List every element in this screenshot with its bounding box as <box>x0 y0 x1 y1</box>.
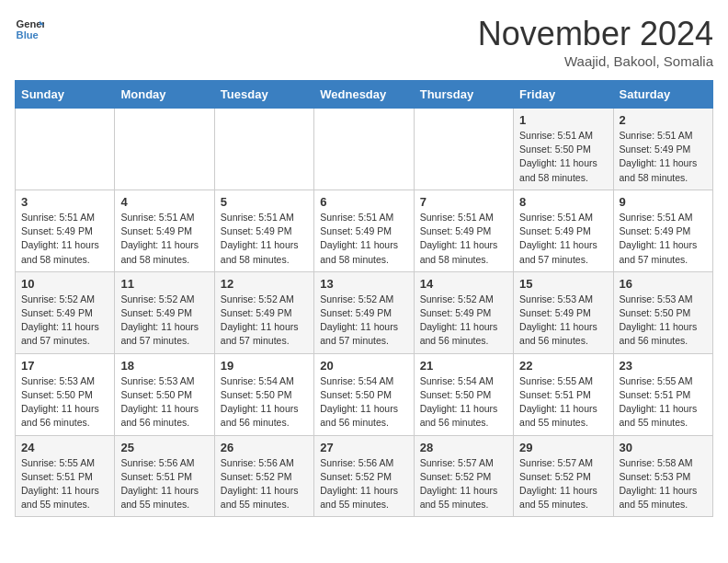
calendar-day-cell: 25Sunrise: 5:56 AMSunset: 5:51 PMDayligh… <box>115 435 214 517</box>
day-number: 17 <box>21 359 108 373</box>
day-info: Sunrise: 5:51 AMSunset: 5:49 PMDaylight:… <box>320 211 407 267</box>
day-number: 18 <box>120 359 208 373</box>
day-number: 10 <box>21 277 108 291</box>
title-block: November 2024 Waajid, Bakool, Somalia <box>478 15 713 69</box>
calendar-day-cell: 9Sunrise: 5:51 AMSunset: 5:49 PMDaylight… <box>613 190 712 271</box>
calendar-day-cell: 3Sunrise: 5:51 AMSunset: 5:49 PMDaylight… <box>16 190 115 271</box>
calendar-day-cell: 23Sunrise: 5:55 AMSunset: 5:51 PMDayligh… <box>613 353 712 435</box>
weekday-header-cell: Monday <box>115 81 214 109</box>
day-number: 4 <box>120 195 208 209</box>
calendar-table: SundayMondayTuesdayWednesdayThursdayFrid… <box>15 80 713 517</box>
weekday-header-cell: Friday <box>514 81 613 109</box>
calendar-week-row: 24Sunrise: 5:55 AMSunset: 5:51 PMDayligh… <box>16 435 713 517</box>
calendar-day-cell: 24Sunrise: 5:55 AMSunset: 5:51 PMDayligh… <box>16 435 115 517</box>
day-info: Sunrise: 5:52 AMSunset: 5:49 PMDaylight:… <box>221 293 308 349</box>
day-info: Sunrise: 5:52 AMSunset: 5:49 PMDaylight:… <box>120 293 208 349</box>
calendar-day-cell <box>115 109 214 190</box>
day-info: Sunrise: 5:53 AMSunset: 5:50 PMDaylight:… <box>620 293 707 349</box>
calendar-day-cell: 21Sunrise: 5:54 AMSunset: 5:50 PMDayligh… <box>414 353 513 435</box>
calendar-day-cell: 26Sunrise: 5:56 AMSunset: 5:52 PMDayligh… <box>214 435 313 517</box>
day-info: Sunrise: 5:51 AMSunset: 5:49 PMDaylight:… <box>21 211 108 267</box>
day-info: Sunrise: 5:55 AMSunset: 5:51 PMDaylight:… <box>519 374 607 431</box>
day-info: Sunrise: 5:56 AMSunset: 5:51 PMDaylight:… <box>120 456 208 512</box>
day-number: 8 <box>519 195 607 209</box>
calendar-day-cell: 19Sunrise: 5:54 AMSunset: 5:50 PMDayligh… <box>214 353 313 435</box>
weekday-header-cell: Wednesday <box>314 81 414 109</box>
calendar-day-cell: 14Sunrise: 5:52 AMSunset: 5:49 PMDayligh… <box>414 271 513 353</box>
day-number: 19 <box>221 359 308 373</box>
day-info: Sunrise: 5:55 AMSunset: 5:51 PMDaylight:… <box>21 456 108 512</box>
calendar-day-cell: 15Sunrise: 5:53 AMSunset: 5:49 PMDayligh… <box>514 271 613 353</box>
day-number: 29 <box>519 441 607 454</box>
calendar-day-cell: 10Sunrise: 5:52 AMSunset: 5:49 PMDayligh… <box>16 271 115 353</box>
calendar-day-cell <box>314 109 414 190</box>
calendar-day-cell: 30Sunrise: 5:58 AMSunset: 5:53 PMDayligh… <box>613 435 712 517</box>
calendar-week-row: 10Sunrise: 5:52 AMSunset: 5:49 PMDayligh… <box>16 271 713 353</box>
day-info: Sunrise: 5:57 AMSunset: 5:52 PMDaylight:… <box>519 456 607 512</box>
day-number: 26 <box>221 441 308 454</box>
calendar-week-row: 3Sunrise: 5:51 AMSunset: 5:49 PMDaylight… <box>16 190 713 271</box>
day-info: Sunrise: 5:51 AMSunset: 5:49 PMDaylight:… <box>519 211 607 267</box>
calendar-day-cell: 13Sunrise: 5:52 AMSunset: 5:49 PMDayligh… <box>314 271 414 353</box>
day-number: 12 <box>221 277 308 291</box>
day-number: 9 <box>620 195 707 209</box>
calendar-day-cell: 7Sunrise: 5:51 AMSunset: 5:49 PMDaylight… <box>414 190 513 271</box>
calendar-day-cell: 27Sunrise: 5:56 AMSunset: 5:52 PMDayligh… <box>314 435 414 517</box>
month-title: November 2024 <box>478 15 713 53</box>
day-info: Sunrise: 5:51 AMSunset: 5:49 PMDaylight:… <box>620 129 707 185</box>
weekday-header-row: SundayMondayTuesdayWednesdayThursdayFrid… <box>16 81 713 109</box>
calendar-week-row: 17Sunrise: 5:53 AMSunset: 5:50 PMDayligh… <box>16 353 713 435</box>
day-number: 3 <box>21 195 108 209</box>
day-number: 13 <box>320 277 407 291</box>
calendar-day-cell <box>16 109 115 190</box>
weekday-header-cell: Saturday <box>613 81 712 109</box>
day-number: 14 <box>420 277 507 291</box>
day-number: 30 <box>620 441 707 454</box>
calendar-body: 1Sunrise: 5:51 AMSunset: 5:50 PMDaylight… <box>16 109 713 517</box>
day-number: 5 <box>221 195 308 209</box>
day-info: Sunrise: 5:51 AMSunset: 5:49 PMDaylight:… <box>120 211 208 267</box>
day-info: Sunrise: 5:54 AMSunset: 5:50 PMDaylight:… <box>320 374 407 431</box>
day-number: 16 <box>620 277 707 291</box>
day-info: Sunrise: 5:51 AMSunset: 5:50 PMDaylight:… <box>519 129 607 185</box>
day-number: 15 <box>519 277 607 291</box>
day-number: 23 <box>620 359 707 373</box>
calendar-day-cell: 16Sunrise: 5:53 AMSunset: 5:50 PMDayligh… <box>613 271 712 353</box>
calendar-day-cell: 4Sunrise: 5:51 AMSunset: 5:49 PMDaylight… <box>115 190 214 271</box>
calendar-day-cell <box>414 109 513 190</box>
weekday-header-cell: Tuesday <box>214 81 313 109</box>
day-info: Sunrise: 5:55 AMSunset: 5:51 PMDaylight:… <box>620 374 707 431</box>
day-number: 28 <box>420 441 507 454</box>
svg-text:Blue: Blue <box>17 29 39 40</box>
day-number: 11 <box>120 277 208 291</box>
day-info: Sunrise: 5:54 AMSunset: 5:50 PMDaylight:… <box>221 374 308 431</box>
weekday-header-cell: Sunday <box>16 81 115 109</box>
day-info: Sunrise: 5:56 AMSunset: 5:52 PMDaylight:… <box>221 456 308 512</box>
day-info: Sunrise: 5:52 AMSunset: 5:49 PMDaylight:… <box>21 293 108 349</box>
location-subtitle: Waajid, Bakool, Somalia <box>478 53 713 69</box>
calendar-day-cell <box>214 109 313 190</box>
day-info: Sunrise: 5:51 AMSunset: 5:49 PMDaylight:… <box>620 211 707 267</box>
day-number: 22 <box>519 359 607 373</box>
day-info: Sunrise: 5:51 AMSunset: 5:49 PMDaylight:… <box>221 211 308 267</box>
day-number: 21 <box>420 359 507 373</box>
day-info: Sunrise: 5:57 AMSunset: 5:52 PMDaylight:… <box>420 456 507 512</box>
day-number: 1 <box>519 113 607 127</box>
day-number: 20 <box>320 359 407 373</box>
calendar-week-row: 1Sunrise: 5:51 AMSunset: 5:50 PMDaylight… <box>16 109 713 190</box>
calendar-day-cell: 29Sunrise: 5:57 AMSunset: 5:52 PMDayligh… <box>514 435 613 517</box>
day-number: 24 <box>21 441 108 454</box>
logo: General Blue <box>15 15 44 44</box>
calendar-day-cell: 6Sunrise: 5:51 AMSunset: 5:49 PMDaylight… <box>314 190 414 271</box>
weekday-header-cell: Thursday <box>414 81 513 109</box>
calendar-day-cell: 22Sunrise: 5:55 AMSunset: 5:51 PMDayligh… <box>514 353 613 435</box>
calendar-day-cell: 5Sunrise: 5:51 AMSunset: 5:49 PMDaylight… <box>214 190 313 271</box>
calendar-day-cell: 1Sunrise: 5:51 AMSunset: 5:50 PMDaylight… <box>514 109 613 190</box>
calendar-day-cell: 18Sunrise: 5:53 AMSunset: 5:50 PMDayligh… <box>115 353 214 435</box>
day-number: 27 <box>320 441 407 454</box>
day-info: Sunrise: 5:56 AMSunset: 5:52 PMDaylight:… <box>320 456 407 512</box>
calendar-day-cell: 12Sunrise: 5:52 AMSunset: 5:49 PMDayligh… <box>214 271 313 353</box>
calendar-day-cell: 17Sunrise: 5:53 AMSunset: 5:50 PMDayligh… <box>16 353 115 435</box>
day-info: Sunrise: 5:58 AMSunset: 5:53 PMDaylight:… <box>620 456 707 512</box>
logo-icon: General Blue <box>15 15 44 44</box>
